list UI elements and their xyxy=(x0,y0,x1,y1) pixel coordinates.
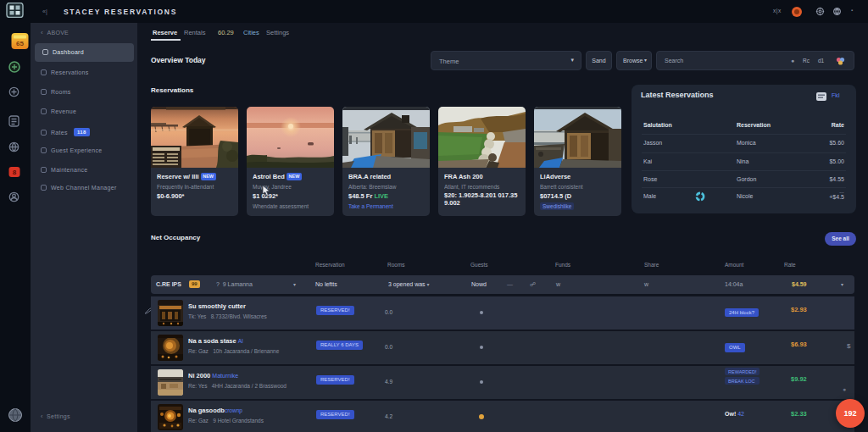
svg-text:8: 8 xyxy=(13,169,17,176)
svg-text:65: 65 xyxy=(16,40,24,47)
